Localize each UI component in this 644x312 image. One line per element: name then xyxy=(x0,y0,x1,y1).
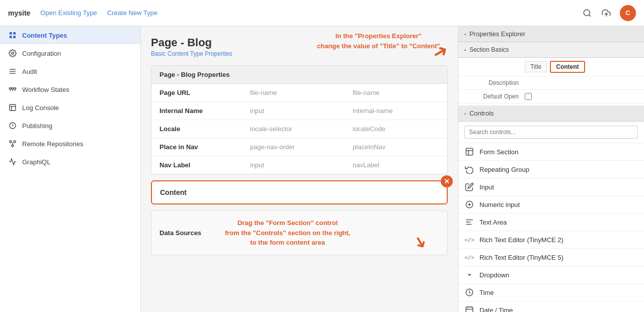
title-tab[interactable]: Title xyxy=(525,61,547,72)
svg-line-26 xyxy=(14,142,14,143)
sidebar-item-configuration[interactable]: Configuration xyxy=(0,44,140,62)
default-open-checkbox[interactable] xyxy=(525,93,532,100)
svg-rect-5 xyxy=(10,36,12,38)
svg-line-25 xyxy=(11,142,12,143)
sidebar-item-label: Log Console xyxy=(22,104,59,112)
sidebar-item-label: Content Types xyxy=(22,32,67,39)
control-label: Text Area xyxy=(479,219,507,226)
svg-rect-17 xyxy=(10,105,16,111)
control-label: Form Section xyxy=(479,148,518,156)
workflow-icon xyxy=(8,85,17,94)
topbar-right: C xyxy=(582,5,636,21)
control-label: Time xyxy=(479,289,494,296)
control-item-rich-text-1[interactable]: </> Rich Text Editor (TinyMCE 2) xyxy=(458,231,644,249)
svg-rect-3 xyxy=(10,32,12,35)
content-section-close-button[interactable]: ✕ xyxy=(441,175,453,187)
dropdown-icon xyxy=(464,270,474,280)
data-sources-section: Data Sources Drag the "Form Section" con… xyxy=(151,211,448,255)
title-row: Title Content xyxy=(458,58,644,76)
default-open-label: Default Open xyxy=(464,93,525,100)
control-item-text-area[interactable]: Text Area xyxy=(458,214,644,231)
time-icon xyxy=(464,287,474,297)
controls-header: ▪ Controls xyxy=(458,106,644,122)
controls-header-label: Controls xyxy=(469,110,494,117)
control-label: Repeating Group xyxy=(479,166,529,173)
page-subtitle: Basic Content Type Properties xyxy=(151,50,448,57)
control-item-numeric-input[interactable]: Numeric input xyxy=(458,196,644,214)
table-row: Nav Label input navLabel xyxy=(151,156,447,174)
properties-explorer-header: ▪ Properties Explorer xyxy=(458,26,644,42)
control-label: Numeric input xyxy=(479,201,520,209)
control-item-repeating-group[interactable]: Repeating Group xyxy=(458,161,644,178)
table-header: Page - Blog Properties xyxy=(151,66,447,84)
svg-rect-12 xyxy=(12,88,14,89)
search-icon[interactable] xyxy=(582,8,593,19)
collapse-icon[interactable]: ▪ xyxy=(464,31,466,37)
table-row: Place in Nav page-nav-order placeInNav xyxy=(151,138,447,156)
svg-point-0 xyxy=(584,10,590,16)
sidebar-item-label: Remote Repositories xyxy=(22,140,83,148)
page-title: Page - Blog xyxy=(151,36,448,49)
rich-text-2-icon: </> xyxy=(464,252,474,262)
sidebar-item-label: GraphiQL xyxy=(22,158,50,166)
table-row: Internal Name input internal-name xyxy=(151,102,447,120)
logo: mysite xyxy=(8,9,30,17)
control-item-rich-text-2[interactable]: </> Rich Text Editor (TinyMCE 5) xyxy=(458,249,644,266)
svg-marker-36 xyxy=(467,274,471,276)
default-open-row: Default Open xyxy=(458,90,644,103)
description-label: Description xyxy=(464,79,525,86)
log-icon xyxy=(8,103,17,112)
control-label: Input xyxy=(479,183,494,191)
control-item-dropdown[interactable]: Dropdown xyxy=(458,266,644,284)
content-section-label: Content xyxy=(160,188,187,196)
remote-icon xyxy=(8,139,17,148)
gear-icon xyxy=(8,49,17,58)
text-area-icon xyxy=(464,217,474,227)
sidebar-item-log-console[interactable]: Log Console xyxy=(0,98,140,117)
graphql-icon xyxy=(8,157,17,166)
sidebar-item-remote-repositories[interactable]: Remote Repositories xyxy=(0,135,140,153)
data-sources-hint: Drag the "Form Section" control from the… xyxy=(225,218,350,248)
publish-icon xyxy=(8,121,17,130)
controls-search-container xyxy=(458,122,644,143)
sidebar-item-workflow-states[interactable]: Workflow States xyxy=(0,80,140,98)
section-basics-label: Section Basics xyxy=(469,46,509,53)
rich-text-icon: </> xyxy=(464,235,474,245)
form-section-icon xyxy=(464,147,474,157)
topbar: mysite Open Existing Type Create New Typ… xyxy=(0,0,644,26)
control-item-form-section[interactable]: Form Section xyxy=(458,143,644,161)
table-row: Page URL file-name file-name xyxy=(151,84,447,102)
data-sources-label: Data Sources xyxy=(159,229,215,237)
properties-header-label: Properties Explorer xyxy=(469,30,525,38)
controls-collapse-icon[interactable]: ▪ xyxy=(464,111,466,117)
control-item-time[interactable]: Time xyxy=(458,284,644,301)
svg-line-1 xyxy=(589,15,590,16)
collapse-icon[interactable]: ▪ xyxy=(464,47,466,53)
sidebar-item-content-types[interactable]: Content Types xyxy=(0,26,140,44)
controls-search-input[interactable] xyxy=(464,126,638,139)
svg-rect-6 xyxy=(13,36,16,38)
sidebar-item-audit[interactable]: Audit xyxy=(0,62,140,80)
user-avatar[interactable]: C xyxy=(620,5,636,21)
control-item-date-time[interactable]: Date / Time xyxy=(458,301,644,312)
sidebar: Content Types Configuration Audit Workfl… xyxy=(0,26,141,312)
control-label: Rich Text Editor (TinyMCE 2) xyxy=(479,236,564,244)
open-existing-type-link[interactable]: Open Existing Type xyxy=(40,9,97,17)
sidebar-item-label: Configuration xyxy=(22,50,61,57)
content-tab[interactable]: Content xyxy=(550,61,585,73)
properties-table: Page - Blog Properties Page URL file-nam… xyxy=(151,65,448,174)
control-label: Dropdown xyxy=(479,271,509,279)
section-basics-header: ▪ Section Basics xyxy=(458,42,644,58)
sidebar-item-graphiql[interactable]: GraphiQL xyxy=(0,153,140,171)
create-new-type-link[interactable]: Create New Type xyxy=(107,9,157,17)
grid-icon xyxy=(8,31,17,40)
content-section: Content ✕ xyxy=(151,180,448,204)
control-item-input[interactable]: Input xyxy=(458,178,644,196)
sidebar-item-publishing[interactable]: Publishing xyxy=(0,117,140,135)
numeric-input-icon xyxy=(464,199,474,210)
sidebar-item-label: Publishing xyxy=(22,122,52,130)
sidebar-item-label: Workflow States xyxy=(22,86,69,93)
svg-rect-11 xyxy=(9,88,11,89)
upload-icon[interactable] xyxy=(601,8,612,19)
audit-icon xyxy=(8,67,17,76)
